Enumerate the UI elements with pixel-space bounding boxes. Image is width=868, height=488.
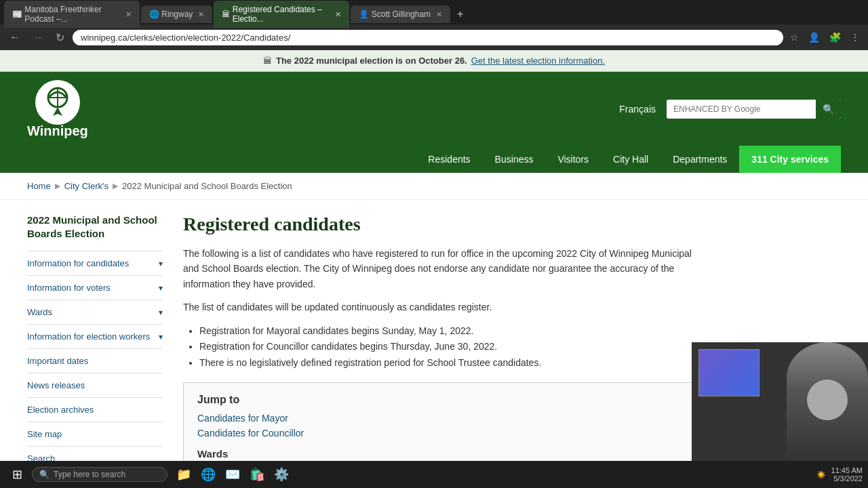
bullet-1: Registration for Mayoral candidates begi… <box>199 323 698 340</box>
sidebar-item-info-workers: Information for election workers ▾ <box>27 324 163 348</box>
sidebar-link-wards[interactable]: Wards ▾ <box>27 300 163 324</box>
back-button[interactable]: ← <box>5 30 24 45</box>
browser-frame: 📰 Manitoba Freethinker Podcast –... ✕ 🌐 … <box>0 0 868 50</box>
search-icon: 🔍 <box>39 470 50 479</box>
update-text: The list of candidates will be updated c… <box>183 300 698 314</box>
chevron-wards: ▾ <box>159 308 163 317</box>
start-button[interactable]: ⊞ <box>5 464 29 485</box>
taskbar-date-value: 5/3/2022 <box>831 474 863 483</box>
nav-visitors[interactable]: Visitors <box>545 146 601 173</box>
tab-3[interactable]: 🏛 Registered Candidates – Electio... ✕ <box>214 1 349 28</box>
new-tab-button[interactable]: + <box>452 8 469 20</box>
header-top: Winnipeg Français 🔍 <box>0 72 868 146</box>
nav-residents[interactable]: Residents <box>416 146 482 173</box>
breadcrumb: Home ▶ City Clerk's ▶ 2022 Municipal and… <box>0 173 868 200</box>
tab-2-close[interactable]: ✕ <box>198 10 204 19</box>
breadcrumb-sep-2: ▶ <box>113 182 118 190</box>
menu-icon[interactable]: ⋮ <box>848 30 863 44</box>
tab-2-favicon: 🌐 <box>149 9 159 19</box>
tab-1[interactable]: 📰 Manitoba Freethinker Podcast –... ✕ <box>4 1 140 28</box>
weather-icon: ☀️ <box>816 470 826 479</box>
taskbar-edge[interactable]: 🌐 <box>197 464 219 485</box>
search-submit-button[interactable]: 🔍 <box>816 100 841 119</box>
sidebar-menu: Information for candidates ▾ Information… <box>27 251 163 470</box>
tab-4-close[interactable]: ✕ <box>436 10 442 19</box>
intro-paragraph: The following is a list of candidates wh… <box>183 246 698 291</box>
video-person <box>692 342 868 461</box>
taskbar-time-value: 11:45 AM <box>831 466 863 474</box>
site-logo[interactable]: Winnipeg <box>27 79 88 139</box>
sidebar-item-important-dates: Important dates <box>27 348 163 373</box>
jump-to-councillor[interactable]: Candidates for Councillor <box>197 428 684 439</box>
sidebar-link-info-workers[interactable]: Information for election workers ▾ <box>27 325 163 348</box>
sidebar-label-info-voters: Information for voters <box>27 283 111 293</box>
sidebar-title: 2022 Municipal and School Boards Electio… <box>27 214 163 240</box>
taskbar-settings[interactable]: ⚙️ <box>271 464 292 485</box>
nav-business[interactable]: Business <box>483 146 546 173</box>
google-search-input[interactable] <box>667 100 816 118</box>
bullet-3: There is no legislatively defined regist… <box>199 355 698 371</box>
profile-icon[interactable]: 👤 <box>806 30 823 44</box>
sidebar-link-election-archives[interactable]: Election archives <box>27 397 163 422</box>
taskbar-search[interactable]: 🔍 Type here to search <box>32 467 167 482</box>
taskbar-clock: 11:45 AM 5/3/2022 <box>831 466 863 483</box>
tab-3-close[interactable]: ✕ <box>335 10 341 19</box>
nav-departments[interactable]: Departments <box>660 146 739 173</box>
extensions-icon[interactable]: 🧩 <box>827 30 844 44</box>
notification-bar: 🏛 The 2022 municipal election is on Octo… <box>0 50 868 72</box>
tab-4[interactable]: 👤 Scott Gillingham ✕ <box>351 5 450 23</box>
tab-1-favicon: 📰 <box>12 9 22 19</box>
tab-1-label: Manitoba Freethinker Podcast –... <box>24 5 120 24</box>
sidebar-item-wards: Wards ▾ <box>27 300 163 324</box>
sidebar: 2022 Municipal and School Boards Electio… <box>27 214 163 488</box>
jump-to-mayor[interactable]: Candidates for Mayor <box>197 413 684 424</box>
content-area: Registered candidates The following is a… <box>183 214 698 488</box>
main-nav: Residents Business Visitors City Hall De… <box>0 146 868 173</box>
address-bar[interactable] <box>73 30 783 45</box>
francais-link[interactable]: Français <box>619 104 656 115</box>
notification-link[interactable]: Get the latest election information. <box>471 56 605 66</box>
sidebar-label-wards: Wards <box>27 307 52 317</box>
nav-311[interactable]: 311 City services <box>739 146 841 173</box>
nav-cityhall[interactable]: City Hall <box>601 146 660 173</box>
breadcrumb-current: 2022 Municipal and School Boards Electio… <box>122 181 292 191</box>
chevron-info-voters: ▾ <box>159 283 163 293</box>
taskbar-mail[interactable]: ✉️ <box>222 464 243 485</box>
tab-2[interactable]: 🌐 Ringway ✕ <box>141 5 212 23</box>
logo-svg <box>34 79 81 126</box>
jump-to-title: Jump to <box>197 394 684 406</box>
tab-4-label: Scott Gillingham <box>372 9 431 19</box>
taskbar-files[interactable]: 📁 <box>173 464 195 485</box>
tab-4-favicon: 👤 <box>359 9 369 19</box>
tab-3-favicon: 🏛 <box>222 9 230 19</box>
notification-icon: 🏛 <box>263 56 272 66</box>
bookmark-icon[interactable]: ☆ <box>787 30 802 44</box>
video-screen <box>698 349 760 396</box>
sidebar-link-news-releases[interactable]: News releases <box>27 373 163 397</box>
taskbar-store[interactable]: 🛍️ <box>246 464 268 485</box>
forward-button[interactable]: → <box>28 30 47 45</box>
taskbar-search-label: Type here to search <box>54 470 125 479</box>
header-right: Français 🔍 <box>619 100 841 119</box>
bullet-list: Registration for Mayoral candidates begi… <box>183 323 698 371</box>
page-title: Registered candidates <box>183 214 698 235</box>
chevron-info-workers: ▾ <box>159 332 163 342</box>
breadcrumb-clerks[interactable]: City Clerk's <box>64 181 108 191</box>
sidebar-label-info-candidates: Information for candidates <box>27 258 129 268</box>
wards-section-title: Wards <box>197 448 684 460</box>
chevron-info-candidates: ▾ <box>159 259 163 268</box>
taskbar-right: ☀️ 11:45 AM 5/3/2022 <box>816 466 863 483</box>
video-overlay <box>692 342 868 461</box>
browser-tabs: 📰 Manitoba Freethinker Podcast –... ✕ 🌐 … <box>0 0 868 24</box>
reload-button[interactable]: ↻ <box>52 30 68 45</box>
notification-bold: The 2022 municipal election is on Octobe… <box>276 56 467 66</box>
sidebar-link-important-dates[interactable]: Important dates <box>27 348 163 373</box>
toolbar-icons: ☆ 👤 🧩 ⋮ <box>787 30 863 44</box>
sidebar-link-site-map[interactable]: Site map <box>27 422 163 446</box>
breadcrumb-home[interactable]: Home <box>27 181 51 191</box>
sidebar-link-info-voters[interactable]: Information for voters ▾ <box>27 276 163 300</box>
sidebar-item-site-map: Site map <box>27 422 163 446</box>
breadcrumb-sep-1: ▶ <box>55 182 60 190</box>
tab-1-close[interactable]: ✕ <box>125 10 132 19</box>
sidebar-link-info-candidates[interactable]: Information for candidates ▾ <box>27 251 163 275</box>
